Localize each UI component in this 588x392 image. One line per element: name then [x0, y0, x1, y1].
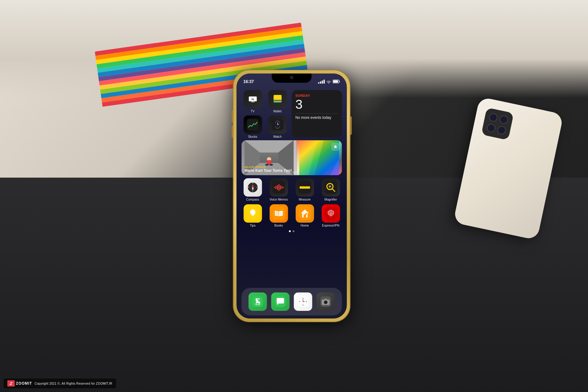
voice-memos-app-icon[interactable]	[270, 178, 288, 197]
svg-rect-42	[277, 185, 278, 190]
svg-rect-65	[252, 216, 253, 217]
voice-memos-label: Voice Memos	[270, 198, 288, 201]
svg-point-99	[325, 301, 325, 302]
widget-top-row: tv TV	[241, 89, 342, 137]
svg-rect-53	[307, 186, 307, 187]
svg-text:N: N	[252, 182, 253, 184]
clock-dock-icon[interactable]	[294, 292, 312, 311]
appstore-title: Mario Kart Tour Turns Two!	[244, 168, 292, 173]
messages-dock-icon[interactable]	[271, 292, 289, 311]
watch-app-label: Watch	[273, 135, 282, 138]
svg-rect-54	[308, 186, 309, 187]
app-item-voice-memos[interactable]: Voice Memos	[267, 178, 290, 201]
power-button[interactable]	[350, 116, 352, 135]
notch	[272, 74, 311, 83]
books-app-icon[interactable]	[270, 204, 288, 223]
appstore-a-icon	[333, 145, 337, 149]
voice-memos-icon	[272, 181, 285, 194]
stocks-icon	[247, 119, 258, 130]
tv-app-label: TV	[251, 110, 255, 113]
home-icon	[298, 207, 311, 220]
app-item-expressvpn[interactable]: › ExpressVPN	[319, 204, 342, 227]
watermark: Z ZOOMIT Copyright 2021 ©, All Rights Re…	[4, 379, 116, 388]
magnifier-label: Magnifier	[324, 198, 337, 201]
page-dot-2[interactable]	[292, 230, 294, 232]
dock-app-messages[interactable]	[271, 292, 289, 311]
expressvpn-app-icon[interactable]: ›	[322, 204, 340, 223]
widget-stack-small: tv TV	[241, 90, 288, 137]
home-app-icon[interactable]	[296, 204, 314, 223]
watermark-brand: ZOOMIT	[16, 381, 32, 386]
app-row-2: Tips	[241, 204, 342, 227]
svg-rect-50	[302, 186, 303, 187]
app-item-compass[interactable]: N S W E Compass	[241, 178, 264, 201]
app-item-stocks[interactable]: Stocks	[241, 115, 264, 138]
svg-rect-40	[274, 187, 275, 188]
app-item-tips[interactable]: Tips	[241, 204, 264, 227]
svg-text:tv: tv	[251, 98, 254, 101]
svg-rect-5	[252, 101, 253, 102]
expressvpn-icon: ›	[324, 207, 337, 220]
svg-rect-41	[275, 186, 276, 189]
iphone-frame: 16:37	[233, 70, 350, 322]
appstore-badge: MAJOR UPDATE	[244, 166, 292, 168]
app-item-measure[interactable]: Measure	[293, 178, 316, 201]
calendar-no-events: No more events today	[295, 115, 338, 120]
app-item-wallet[interactable]: Wallet	[266, 90, 288, 113]
appstore-widget[interactable]: MAJOR UPDATE Mario Kart Tour Turns Two! …	[241, 140, 342, 175]
signal-icon	[318, 80, 325, 84]
app-item-tv[interactable]: tv TV	[241, 90, 264, 113]
svg-line-68	[276, 213, 278, 213]
status-time: 16:37	[243, 79, 254, 84]
svg-rect-44	[280, 185, 281, 190]
app-item-magnifier[interactable]: Magnifier	[319, 178, 342, 201]
svg-rect-1	[333, 81, 338, 83]
stocks-app-icon[interactable]	[243, 115, 262, 134]
page-dot-1[interactable]	[289, 230, 291, 232]
svg-line-73	[280, 214, 282, 215]
tv-app-icon[interactable]: tv	[243, 90, 262, 108]
clock-icon	[298, 296, 308, 307]
watch-icon	[272, 119, 283, 130]
volume-up-button[interactable]	[232, 110, 233, 123]
app-item-books[interactable]: Books	[267, 204, 290, 227]
app-item-home[interactable]: Home	[293, 204, 316, 227]
appstore-store-icon	[331, 143, 339, 151]
dock-app-phone[interactable]	[248, 292, 267, 311]
messages-icon	[275, 296, 285, 307]
app-item-watch[interactable]: Watch	[266, 115, 288, 138]
svg-text:›: ›	[330, 211, 331, 216]
tips-label: Tips	[250, 224, 256, 227]
phone-dock-icon[interactable]	[248, 292, 267, 311]
calendar-divider	[295, 113, 338, 114]
svg-rect-52	[305, 186, 306, 187]
svg-rect-45	[281, 186, 282, 189]
measure-app-icon[interactable]	[296, 178, 314, 197]
compass-app-icon[interactable]: N S W E	[243, 178, 262, 197]
calendar-date: 3	[295, 98, 338, 111]
dock-app-camera[interactable]	[316, 292, 335, 311]
wallet-app-label: Wallet	[273, 110, 281, 113]
dock-app-clock[interactable]	[294, 292, 312, 311]
svg-rect-49	[301, 186, 301, 187]
watch-app-icon[interactable]	[268, 115, 287, 134]
wallet-icon	[272, 93, 283, 105]
svg-text:W: W	[248, 186, 249, 188]
svg-rect-46	[283, 187, 284, 188]
tips-app-icon[interactable]	[243, 204, 262, 223]
magnifier-app-icon[interactable]	[322, 178, 340, 197]
dock	[241, 288, 342, 315]
magnifier-icon	[324, 181, 337, 194]
front-camera	[290, 76, 293, 79]
tips-icon	[246, 207, 259, 220]
wallet-app-icon[interactable]	[268, 90, 287, 108]
calendar-widget[interactable]: SUNDAY 3 No more events today	[292, 90, 342, 137]
svg-point-62	[250, 209, 255, 215]
expressvpn-label: ExpressVPN	[322, 224, 340, 227]
camera-dock-icon[interactable]	[316, 292, 335, 311]
books-icon	[272, 207, 285, 220]
app-row-1: N S W E Compass	[241, 178, 342, 201]
svg-line-72	[280, 213, 282, 214]
battery-icon	[333, 80, 340, 83]
volume-down-button[interactable]	[232, 126, 233, 138]
